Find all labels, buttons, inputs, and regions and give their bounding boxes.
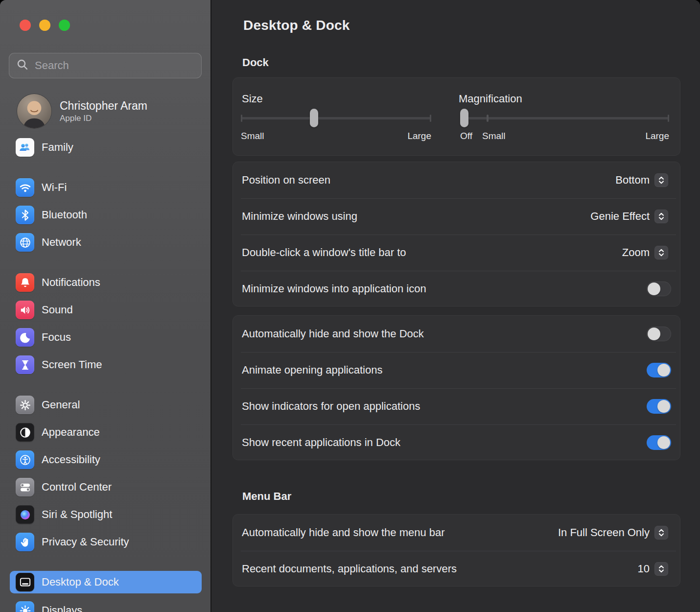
stepper-icon [656, 211, 667, 222]
search-input[interactable] [35, 59, 194, 72]
sidebar-item-displays[interactable]: Displays [10, 599, 202, 612]
sidebar-item-control-center[interactable]: Control Center [10, 476, 202, 498]
auto-hide-menu-bar-select[interactable] [654, 526, 668, 540]
sidebar-item-label: Network [42, 236, 81, 249]
sidebar-item-apple-id[interactable]: Christopher Aram Apple ID [11, 93, 203, 129]
sidebar-item-label: Desktop & Dock [42, 576, 119, 588]
hand-icon [16, 533, 34, 551]
size-slider-handle[interactable] [310, 109, 318, 127]
minimize-windows-using-select[interactable] [654, 210, 668, 223]
close-button[interactable] [20, 20, 31, 31]
sidebar-item-label: Accessibility [42, 453, 100, 466]
auto-hide-dock-toggle[interactable] [647, 327, 671, 341]
magnification-max-label: Large [645, 131, 669, 141]
profile-text: Christopher Aram Apple ID [60, 99, 147, 124]
speaker-icon [16, 301, 34, 319]
sidebar-item-sound[interactable]: Sound [10, 299, 202, 321]
sidebar-item-focus[interactable]: Focus [10, 326, 202, 349]
setting-row-show-recent-apps: Show recent applications in Dock [233, 424, 680, 461]
show-recent-apps-toggle[interactable] [647, 435, 671, 450]
size-min-label: Small [241, 131, 264, 141]
sidebar-item-label: Family [42, 141, 73, 154]
setting-row-auto-hide-menu-bar: Automatically hide and show the menu bar… [233, 515, 680, 551]
sidebar-item-label: Screen Time [42, 358, 102, 371]
magnification-small-tick [487, 115, 489, 122]
minimize-into-icon-toggle[interactable] [647, 282, 671, 296]
sidebar-item-notifications[interactable]: Notifications [10, 271, 202, 294]
setting-row-recent-documents: Recent documents, applications, and serv… [233, 551, 680, 587]
system-settings-window: Christopher Aram Apple ID Family Wi- [0, 0, 700, 612]
bell-icon [16, 273, 34, 292]
setting-row-double-click-title-bar: Double-click a window's title bar to Zoo… [233, 235, 680, 271]
avatar [17, 94, 51, 128]
dock-options-card: Position on screen Bottom Minimize windo… [233, 162, 680, 306]
window-controls [20, 20, 70, 31]
zoom-button[interactable] [59, 20, 70, 31]
sidebar-item-label: Bluetooth [42, 209, 87, 221]
sidebar-item-screen-time[interactable]: Screen Time [10, 353, 202, 376]
sidebar-item-appearance[interactable]: Appearance [10, 421, 202, 444]
sidebar-item-siri-spotlight[interactable]: Siri & Spotlight [10, 503, 202, 526]
sidebar: Christopher Aram Apple ID Family Wi- [0, 0, 210, 612]
desktop-dock-icon [16, 573, 34, 591]
setting-row-show-indicators: Show indicators for open applications [233, 388, 680, 424]
size-max-label: Large [407, 131, 431, 141]
size-slider[interactable] [241, 109, 431, 127]
minimize-windows-using-value: Genie Effect [590, 210, 650, 223]
siri-icon [16, 505, 34, 524]
recent-documents-select[interactable] [654, 562, 668, 576]
position-on-screen-value: Bottom [615, 174, 650, 187]
sidebar-item-label: Wi-Fi [42, 181, 67, 194]
magnification-slider-track[interactable] [460, 117, 669, 119]
setting-row-position-on-screen: Position on screen Bottom [233, 162, 680, 198]
sidebar-item-label: Focus [42, 331, 71, 344]
stepper-icon [656, 175, 667, 186]
stepper-icon [656, 564, 667, 574]
sidebar-item-bluetooth[interactable]: Bluetooth [10, 204, 202, 226]
dock-section-header: Dock [242, 56, 269, 69]
position-on-screen-select[interactable] [654, 173, 668, 187]
auto-hide-menu-bar-value: In Full Screen Only [558, 526, 650, 539]
sidebar-item-accessibility[interactable]: Accessibility [10, 448, 202, 471]
double-click-title-bar-select[interactable] [654, 246, 668, 259]
profile-subtitle: Apple ID [60, 114, 147, 123]
search-icon [16, 58, 29, 73]
sidebar-item-privacy-security[interactable]: Privacy & Security [10, 531, 202, 553]
setting-row-minimize-into-icon: Minimize windows into application icon [233, 271, 680, 307]
moon-icon [16, 328, 34, 347]
size-slider-track[interactable] [241, 117, 431, 119]
setting-row-auto-hide-dock: Automatically hide and show the Dock [233, 316, 680, 352]
stepper-icon [656, 527, 667, 538]
search-field[interactable] [9, 53, 202, 78]
sidebar-item-label: Appearance [42, 426, 100, 439]
double-click-title-bar-value: Zoom [622, 246, 650, 259]
sidebar-item-wifi[interactable]: Wi-Fi [10, 176, 202, 199]
sidebar-item-label: Displays [42, 604, 82, 612]
menu-bar-card: Automatically hide and show the menu bar… [233, 514, 680, 587]
magnification-slider-label: Magnification [459, 93, 522, 105]
globe-icon [16, 233, 34, 252]
show-indicators-toggle[interactable] [647, 399, 671, 414]
minimize-button[interactable] [39, 20, 50, 31]
recent-documents-value: 10 [638, 563, 650, 575]
settings-pane: Desktop & Dock Dock Size Magnification S… [211, 0, 700, 612]
magnification-min-label: Small [482, 131, 506, 141]
stepper-icon [656, 247, 667, 258]
menu-bar-section-header: Menu Bar [242, 490, 291, 503]
magnification-slider-handle[interactable] [460, 109, 468, 127]
page-title: Desktop & Dock [243, 18, 350, 33]
magnification-slider[interactable] [460, 109, 669, 127]
control-center-icon [16, 478, 34, 496]
sidebar-item-network[interactable]: Network [10, 231, 202, 254]
wifi-icon [16, 178, 34, 197]
appearance-icon [16, 423, 34, 442]
sidebar-item-general[interactable]: General [10, 394, 202, 416]
size-slider-label: Size [242, 93, 263, 105]
setting-row-minimize-windows-using: Minimize windows using Genie Effect [233, 198, 680, 235]
gear-icon [16, 396, 34, 414]
animate-opening-toggle[interactable] [647, 363, 671, 377]
sidebar-item-label: Siri & Spotlight [42, 508, 112, 521]
sidebar-item-family[interactable]: Family [10, 136, 202, 159]
setting-row-animate-opening: Animate opening applications [233, 352, 680, 388]
sidebar-item-desktop-dock[interactable]: Desktop & Dock [10, 571, 202, 593]
